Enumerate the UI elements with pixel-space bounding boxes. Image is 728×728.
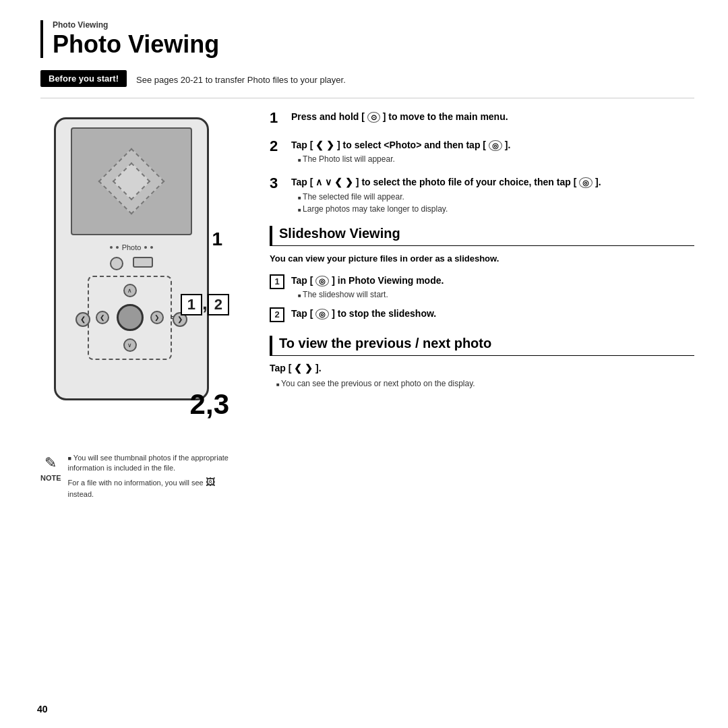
- symbol-ok-3: ◎: [579, 177, 593, 188]
- note-line-2: For a file with no information, you will…: [68, 476, 236, 499]
- slideshow-section: Slideshow Viewing You can view your pict…: [270, 226, 694, 322]
- note-content: ■ You will see thumbnail photos if the a…: [68, 453, 236, 500]
- step-2-number: 2: [270, 138, 284, 155]
- step-2-content: Tap [ ❮ ❯ ] to select <Photo> and then t…: [291, 139, 510, 164]
- dot-right2: [150, 246, 153, 249]
- page-number: 40: [37, 704, 48, 715]
- step-3-number: 3: [270, 175, 284, 192]
- slideshow-step-1-content: Tap [ ◎ ] in Photo Viewing mode. The sli…: [291, 274, 444, 299]
- slideshow-step-2-row: 2 Tap [ ◎ ] to stop the slideshow.: [270, 307, 694, 322]
- step-overlay-12: 1,2: [181, 293, 229, 315]
- note-icon: ✎: [44, 454, 57, 472]
- slideshow-step-1-text: Tap [ ◎ ] in Photo Viewing mode.: [291, 274, 444, 288]
- slideshow-desc: You can view your picture files in order…: [270, 253, 694, 265]
- step-3-row: 3 Tap [ ∧ ∨ ❮ ❯ ] to select the photo fi…: [270, 176, 694, 214]
- controls-area: ❮ ∧ ∨ ❮ ❯ = ❯: [63, 257, 200, 363]
- before-start-text: See pages 20-21 to transfer Photo files …: [136, 75, 346, 85]
- step-3-sub-1: The selected file will appear.: [291, 192, 601, 202]
- note-section: ✎ NOTE ■ You will see thumbnail photos i…: [40, 453, 236, 500]
- dpad-container: ❮ ∧ ∨ ❮ ❯ = ❯: [88, 276, 175, 363]
- tap-sub-1: You can see the previous or next photo o…: [270, 379, 694, 388]
- step-overlay-23: 2,3: [190, 388, 229, 421]
- note-line-1: ■ You will see thumbnail photos if the a…: [68, 453, 236, 474]
- main-content: Photo: [40, 111, 694, 500]
- symbol-ok-ss1: ◎: [315, 276, 329, 286]
- before-start-row: Before you start! See pages 20-21 to tra…: [40, 70, 694, 98]
- dot-right: [144, 246, 147, 249]
- step-1-text: Press and hold [ ⊙ ] to move to the main…: [291, 111, 508, 124]
- slideshow-heading: Slideshow Viewing: [270, 226, 694, 246]
- photo-icon-inner: [113, 162, 151, 200]
- dpad-right: ❯: [150, 311, 164, 324]
- breadcrumb: Photo Viewing: [53, 20, 694, 30]
- step-2-row: 2 Tap [ ❮ ❯ ] to select <Photo> and then…: [270, 139, 694, 164]
- slideshow-step-1-row: 1 Tap [ ◎ ] in Photo Viewing mode. The s…: [270, 274, 694, 299]
- note-label: NOTE: [40, 474, 61, 482]
- next-photo-section: To view the previous / next photo Tap [ …: [270, 336, 694, 388]
- slideshow-step-2-content: Tap [ ◎ ] to stop the slideshow.: [291, 307, 436, 321]
- step-1-content: Press and hold [ ⊙ ] to move to the main…: [291, 111, 508, 124]
- dpad-down: ∨: [123, 338, 137, 352]
- page: Photo Viewing Photo Viewing Before you s…: [0, 0, 728, 728]
- dpad: ∧ ∨ ❮ ❯ =: [94, 282, 165, 353]
- before-start-badge: Before you start!: [40, 70, 127, 87]
- step-3-sub-2: Large photos may take longer to display.: [291, 204, 601, 214]
- header-section: Photo Viewing Photo Viewing: [40, 20, 694, 58]
- step-2-text: Tap [ ❮ ❯ ] to select <Photo> and then t…: [291, 139, 510, 152]
- device-screen: [71, 127, 192, 235]
- symbol-ok-ss2: ◎: [315, 309, 329, 320]
- dpad-up: ∧: [123, 284, 137, 297]
- step-2-sub-1: The Photo list will appear.: [291, 154, 510, 164]
- slideshow-step-2-text: Tap [ ◎ ] to stop the slideshow.: [291, 307, 436, 321]
- left-column: Photo: [40, 111, 249, 500]
- device-body: Photo: [54, 117, 209, 400]
- btn-left-outer: ❮: [75, 312, 90, 327]
- btn-hold: [133, 257, 153, 268]
- step-box-2: 2: [208, 294, 229, 315]
- step-overlay-1: 1: [212, 229, 222, 250]
- symbol-power: ⊙: [367, 112, 380, 123]
- photo-icon: [98, 148, 165, 214]
- step-1-row: 1 Press and hold [ ⊙ ] to move to the ma…: [270, 111, 694, 127]
- slideshow-step-1-sub: The slideshow will start.: [291, 290, 444, 299]
- dot-left2: [116, 246, 119, 249]
- dot-left: [110, 246, 113, 249]
- step-box-1: 1: [181, 294, 202, 315]
- btn-power: [110, 257, 123, 270]
- step-3-content: Tap [ ∧ ∨ ❮ ❯ ] to select the photo file…: [291, 176, 601, 214]
- device-illustration: Photo: [40, 111, 222, 441]
- slideshow-step-1-num: 1: [270, 274, 284, 289]
- right-column: 1 Press and hold [ ⊙ ] to move to the ma…: [270, 111, 694, 500]
- dpad-left: ❮: [96, 311, 109, 324]
- slideshow-step-2-num: 2: [270, 307, 284, 322]
- step-3-text: Tap [ ∧ ∨ ❮ ❯ ] to select the photo file…: [291, 176, 601, 189]
- next-photo-heading: To view the previous / next photo: [270, 336, 694, 356]
- page-title: Photo Viewing: [53, 31, 694, 58]
- symbol-ok-2: ◎: [489, 140, 502, 151]
- note-icon-col: ✎ NOTE: [40, 453, 61, 500]
- tap-label: Tap [ ❮ ❯ ].: [270, 363, 694, 373]
- step-1-number: 1: [270, 109, 284, 127]
- file-icon: 🖼: [206, 477, 215, 487]
- top-buttons-row: [63, 257, 200, 270]
- dpad-center-btn: [117, 304, 144, 331]
- photo-label: Photo: [110, 243, 154, 251]
